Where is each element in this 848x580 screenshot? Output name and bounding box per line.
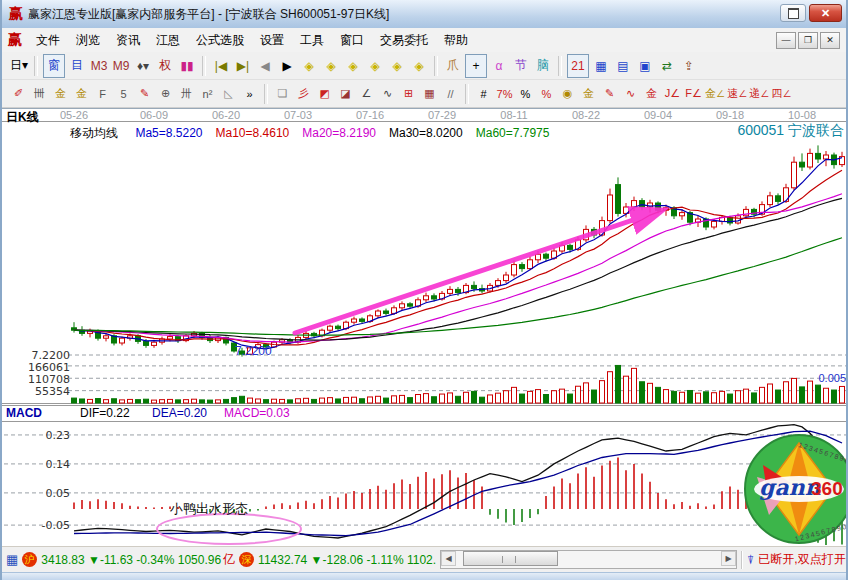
grid-red-2-icon[interactable]: ▦ xyxy=(420,83,439,105)
horizontal-scrollbar[interactable]: ◀ ▶ xyxy=(440,550,737,569)
toolbar-drawing: ✐卌金金F5✎⊕卅n²◺»❏彡◩◪∠∿⊞▦//#7%%%◉金✎∿金J∠F∠金∠速… xyxy=(2,80,846,108)
connection-icon[interactable]: ⍒ xyxy=(747,553,754,567)
angle-di-icon[interactable]: 递∠ xyxy=(749,83,769,105)
menu-item-公式选股[interactable]: 公式选股 xyxy=(188,29,252,52)
menu-item-浏览[interactable]: 浏览 xyxy=(68,29,108,52)
x-axis-tick: 09-18 xyxy=(716,109,744,121)
save-icon[interactable]: ▣ xyxy=(635,55,655,77)
slant-lines-icon[interactable]: // xyxy=(441,83,460,105)
pan-hand-icon[interactable]: 爪 xyxy=(443,55,463,77)
next-bar-icon[interactable]: ▶ xyxy=(277,55,297,77)
trend-pen-icon[interactable]: ✐ xyxy=(9,83,28,105)
chart-canvas[interactable] xyxy=(2,108,848,546)
menu-item-设置[interactable]: 设置 xyxy=(252,29,292,52)
net-transfer-icon[interactable]: ⇄ xyxy=(657,55,677,77)
mdi-minimize-button[interactable]: — xyxy=(776,32,796,49)
market-grid-icon[interactable]: ▦ xyxy=(6,552,18,567)
menu-item-文件[interactable]: 文件 xyxy=(28,29,68,52)
scroll-left-icon[interactable]: ◀ xyxy=(441,551,456,566)
period-day-dropdown-icon[interactable]: 日▾ xyxy=(9,55,29,77)
circle-comb-icon[interactable]: ⊕ xyxy=(156,83,175,105)
wave-band-icon[interactable]: ∿ xyxy=(621,83,640,105)
percent-band-icon[interactable]: 7% xyxy=(495,83,514,105)
comb-gold-1-icon[interactable]: 金 xyxy=(51,83,70,105)
comb-n2-icon[interactable]: n² xyxy=(198,83,217,105)
color-volume-icon[interactable]: ▮▮ xyxy=(177,55,197,77)
menu-logo-icon: 赢 xyxy=(8,31,22,49)
quote-list-icon[interactable]: 目 xyxy=(67,55,87,77)
chart-window-icon[interactable]: 窗 xyxy=(43,54,65,78)
fan-lines-icon[interactable]: 彡 xyxy=(294,83,313,105)
calculator-icon[interactable]: ▦ xyxy=(591,55,611,77)
scrollbar-thumb[interactable] xyxy=(463,551,558,566)
notepad-icon[interactable]: ▤ xyxy=(613,55,633,77)
angle-lines-icon[interactable]: ∠ xyxy=(357,83,376,105)
calendar-21-icon[interactable]: 21 xyxy=(567,54,589,78)
diamond-star-icon[interactable]: ◈ xyxy=(387,55,407,77)
gold-circle-icon[interactable]: ◉ xyxy=(558,83,577,105)
gold-red-icon[interactable]: 金 xyxy=(642,83,661,105)
toolbar-separator xyxy=(264,84,268,104)
fan-box-icon[interactable]: ◩ xyxy=(315,83,334,105)
connection-status[interactable]: 已断开,双点打开. xyxy=(758,551,848,568)
stats-alpha-icon[interactable]: α xyxy=(489,55,509,77)
crosshair-icon[interactable]: + xyxy=(465,54,487,78)
analysis-brain-icon[interactable]: 脑 xyxy=(533,55,553,77)
minichart-9-icon[interactable]: M9 xyxy=(111,55,131,77)
angle-four-icon[interactable]: 四∠ xyxy=(771,83,791,105)
publish-icon[interactable]: ⇪ xyxy=(679,55,699,77)
comb-dense-icon[interactable]: 卅 xyxy=(177,83,196,105)
macd-dif-label: DIF=0.22 xyxy=(80,406,130,420)
grid-red-icon[interactable]: ⊞ xyxy=(399,83,418,105)
angle-gold-icon[interactable]: 金∠ xyxy=(705,83,725,105)
prev-bar-icon[interactable]: ◀ xyxy=(255,55,275,77)
percent-line-icon[interactable]: % xyxy=(537,83,556,105)
app-window: 赢 赢家江恩专业版[赢家内部服务平台] - [宁波联合 SH600051-97日… xyxy=(0,0,848,580)
menu-item-工具[interactable]: 工具 xyxy=(292,29,332,52)
maximize-restore-button[interactable] xyxy=(780,4,806,22)
ma-legend-item: Ma60=7.7975 xyxy=(476,126,550,140)
menu-item-帮助[interactable]: 帮助 xyxy=(436,29,476,52)
x-axis-tick: 09-04 xyxy=(644,109,672,121)
restore-rights-icon[interactable]: 权 xyxy=(155,55,175,77)
menu-item-窗口[interactable]: 窗口 xyxy=(332,29,372,52)
pen-2-icon[interactable]: ✎ xyxy=(135,83,154,105)
scroll-right-icon[interactable]: ▶ xyxy=(721,551,736,566)
ruler-angle-icon[interactable]: ◺ xyxy=(219,83,238,105)
diamond-right-icon[interactable]: ◈ xyxy=(321,55,341,77)
shenzhen-badge-icon: 深 xyxy=(239,552,254,567)
mdi-restore-button[interactable]: ❐ xyxy=(798,32,818,49)
draw-box-icon[interactable]: ❏ xyxy=(273,83,292,105)
gold-line-icon[interactable]: 金 xyxy=(579,83,598,105)
percent-icon[interactable]: % xyxy=(516,83,535,105)
overflow-icon[interactable]: » xyxy=(240,83,259,105)
wave-v-icon[interactable]: ∿ xyxy=(378,83,397,105)
scale-bars-icon[interactable]: # xyxy=(474,83,493,105)
comb-gold-2-icon[interactable]: 金 xyxy=(72,83,91,105)
comb-5-icon[interactable]: 5 xyxy=(114,83,133,105)
pen-small-icon[interactable]: ✎ xyxy=(600,83,619,105)
fan-box-2-icon[interactable]: ◪ xyxy=(336,83,355,105)
angle-speed-icon[interactable]: 速∠ xyxy=(727,83,747,105)
angle-f-icon[interactable]: F∠ xyxy=(684,83,703,105)
volume-right-label: 0.005 xyxy=(808,372,846,384)
app-logo-icon: 赢 xyxy=(9,5,23,23)
mdi-close-button[interactable]: ✕ xyxy=(820,32,840,49)
gann-tool-icon[interactable]: 节 xyxy=(511,55,531,77)
macd-axis-tick: 0.23 xyxy=(4,429,70,442)
close-button[interactable]: ✕ xyxy=(809,4,842,22)
comb-plain-icon[interactable]: 卌 xyxy=(30,83,49,105)
minichart-3-icon[interactable]: M3 xyxy=(89,55,109,77)
last-page-icon[interactable]: ▶| xyxy=(233,55,253,77)
angle-j-icon[interactable]: J∠ xyxy=(663,83,682,105)
diamond-cross-icon[interactable]: ◈ xyxy=(365,55,385,77)
menu-item-江恩[interactable]: 江恩 xyxy=(148,29,188,52)
kline-style-dropdown-icon[interactable]: ♦▾ xyxy=(133,55,153,77)
diamond-hsplit-icon[interactable]: ◈ xyxy=(343,55,363,77)
first-page-icon[interactable]: |◀ xyxy=(211,55,231,77)
diamond-left-icon[interactable]: ◈ xyxy=(299,55,319,77)
comb-f-icon[interactable]: F xyxy=(93,83,112,105)
diamond-vsplit-icon[interactable]: ◈ xyxy=(409,55,429,77)
menu-item-资讯[interactable]: 资讯 xyxy=(108,29,148,52)
menu-item-交易委托[interactable]: 交易委托 xyxy=(372,29,436,52)
